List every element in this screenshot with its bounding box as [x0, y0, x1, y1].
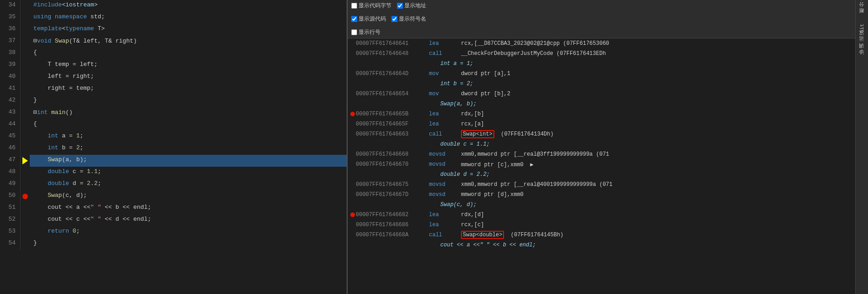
code-line: 45 int a = 1; — [0, 131, 347, 143]
line-content: Swap(a, b); — [30, 155, 347, 167]
line-number: 34 — [0, 0, 21, 12]
sidebar-tab[interactable]: 断 — [857, 15, 866, 20]
code-line: 51 cout << a <<" " << b << endl; — [0, 202, 347, 214]
disasm-mnemonic: call — [429, 50, 461, 57]
line-gutter — [21, 226, 30, 238]
line-gutter — [21, 143, 30, 155]
breakpoint-dot — [350, 212, 355, 217]
sidebar-tab[interactable]: Git — [858, 21, 866, 36]
disasm-operands: xmm0,mmword ptr [__real@3ff199999999999a… — [461, 151, 853, 158]
disasm-mnemonic: lea — [429, 222, 461, 228]
highlighted-call-double: Swap<double> — [461, 231, 504, 239]
disasm-operands: Swap<double> (07FF61764145Bh) — [461, 232, 853, 238]
line-number: 43 — [0, 107, 21, 119]
code-line: 39 T temp = left; — [0, 60, 347, 71]
sidebar-tab[interactable]: 多 — [857, 2, 866, 7]
toolbar-checkbox[interactable] — [351, 16, 357, 22]
line-gutter — [21, 119, 30, 131]
line-gutter — [21, 238, 30, 250]
disasm-line: 00007FF61764667Dmovsdmmword ptr [d],xmm0 — [348, 190, 855, 200]
line-content: { — [30, 119, 347, 131]
disasm-line: int b = 2; — [348, 79, 855, 89]
line-content: using namespace std; — [30, 12, 347, 24]
line-number: 51 — [0, 202, 21, 214]
disasm-address: 00007FF617646648 — [356, 50, 429, 57]
code-line: 34#include<iostream> — [0, 0, 347, 12]
disasm-mnemonic: movsd — [429, 161, 461, 168]
code-line: 36template<typename T> — [0, 24, 347, 36]
line-number: 40 — [0, 71, 21, 83]
line-gutter — [21, 24, 30, 36]
code-line: 38{ — [0, 48, 347, 60]
toolbar-checkbox-item[interactable]: 显示源代码 — [351, 15, 386, 23]
sidebar-tab[interactable]: 调 — [857, 49, 866, 55]
toolbar-checkbox[interactable] — [397, 3, 403, 9]
line-number: 36 — [0, 24, 21, 36]
code-line: 44{ — [0, 119, 347, 131]
toolbar-checkbox-item[interactable]: 显示地址 — [397, 2, 426, 10]
line-number: 38 — [0, 48, 21, 60]
line-number: 41 — [0, 83, 21, 95]
disasm-address: 00007FF617646675 — [356, 181, 429, 188]
toolbar-checkbox-label: 显示符号名 — [399, 15, 426, 23]
disasm-line: 00007FF617646686learcx,[c] — [348, 220, 855, 230]
toolbar-checkbox-item[interactable]: 显示行号 — [351, 28, 380, 36]
disasm-line: 00007FF617646648call__CheckForDebuggerJu… — [348, 49, 855, 59]
line-content: left = right; — [30, 71, 347, 83]
disasm-line: 00007FF617646663callSwap<int> (07FF61764… — [348, 129, 855, 139]
line-content: int a = 1; — [30, 131, 347, 143]
code-line: 37⊟void Swap(T& left, T& right) — [0, 36, 347, 48]
line-number: 39 — [0, 60, 21, 71]
disasm-address: 00007FF617646668 — [356, 151, 429, 158]
disasm-operands: rdx,[d] — [461, 212, 853, 218]
line-content: } — [30, 95, 347, 107]
line-gutter — [21, 191, 30, 202]
toolbar-checkbox-item[interactable]: 显示符号名 — [391, 15, 426, 23]
disasm-mnemonic: lea — [429, 121, 461, 127]
code-line: 46 int b = 2; — [0, 143, 347, 155]
disasm-panel: 显示代码字节显示地址显示源代码显示符号名显示行号 00007FF61764664… — [348, 0, 855, 294]
line-gutter — [21, 60, 30, 71]
line-number: 54 — [0, 238, 21, 250]
editor-panel: 34#include<iostream>35using namespace st… — [0, 0, 348, 294]
arrow-indicator — [22, 157, 28, 164]
disasm-operands: rcx,[c] — [461, 222, 853, 228]
line-content: int b = 2; — [30, 143, 347, 155]
disasm-address: 00007FF61764664D — [356, 71, 429, 77]
breakpoint-dot — [350, 112, 355, 116]
disasm-address: 00007FF617646686 — [356, 222, 429, 228]
right-sidebar: 多分断Git汉运调诊 — [855, 0, 868, 294]
code-line: 43⊟int main() — [0, 107, 347, 119]
line-content: double d = 2.2; — [30, 179, 347, 191]
disasm-address: 00007FF617646670 — [356, 161, 429, 168]
disasm-address: 00007FF61764665B — [356, 111, 429, 117]
disasm-operands: dword ptr [b],2 — [461, 91, 853, 97]
toolbar-checkbox[interactable] — [391, 16, 397, 22]
disasm-operands: Swap<int> (07FF61764134Dh) — [461, 131, 853, 137]
disasm-line: Swap(c, d); — [348, 200, 855, 210]
sidebar-tab[interactable]: 诊 — [857, 56, 866, 61]
breakpoint-indicator — [22, 194, 28, 199]
line-content: ⊟int main() — [30, 107, 347, 119]
toolbar-checkbox-label: 显示行号 — [359, 28, 380, 36]
sidebar-tab[interactable]: 汉 — [857, 37, 866, 42]
line-gutter — [21, 107, 30, 119]
disasm-bp-indicator — [349, 112, 356, 116]
code-line: 42} — [0, 95, 347, 107]
sidebar-tab[interactable]: 分 — [857, 8, 866, 14]
disasm-operands: rcx,[a] — [461, 121, 853, 127]
sidebar-tab[interactable]: 运 — [857, 43, 866, 49]
disasm-bp-indicator — [349, 212, 356, 217]
line-number: 35 — [0, 12, 21, 24]
toolbar-checkbox[interactable] — [351, 3, 357, 9]
line-content: ⊟void Swap(T& left, T& right) — [30, 36, 347, 48]
toolbar-checkbox[interactable] — [351, 29, 357, 35]
disasm-mnemonic: mov — [429, 71, 461, 77]
line-number: 46 — [0, 143, 21, 155]
line-gutter — [21, 95, 30, 107]
disasm-line: double d = 2.2; — [348, 169, 855, 180]
toolbar-checkbox-label: 显示源代码 — [359, 15, 386, 23]
line-gutter — [21, 48, 30, 60]
disasm-operands: __CheckForDebuggerJustMyCode (07FF617641… — [461, 50, 853, 57]
toolbar-checkbox-item[interactable]: 显示代码字节 — [351, 2, 391, 10]
